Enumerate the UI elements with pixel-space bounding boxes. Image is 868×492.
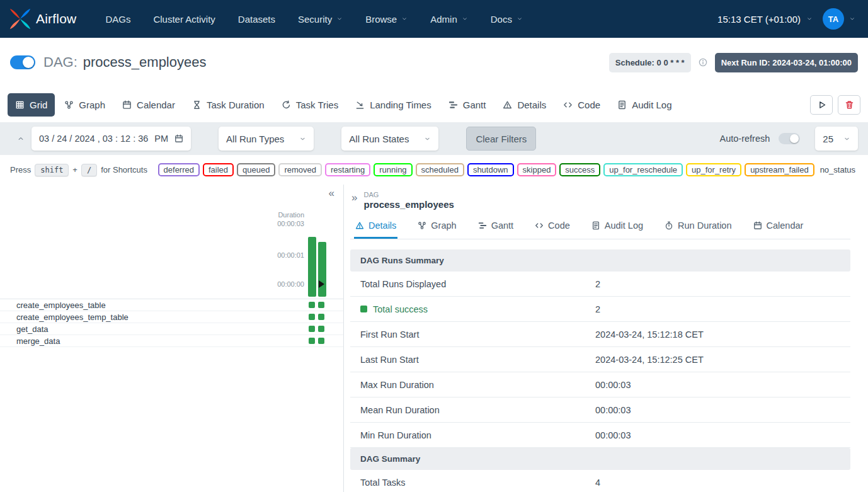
task-instance-square[interactable] [309, 302, 315, 308]
legend-queued[interactable]: queued [237, 163, 275, 176]
tab-code[interactable]: Code [556, 93, 608, 117]
timezone-dropdown[interactable]: 15:13 CET (+01:00) [717, 14, 813, 25]
nav-browse[interactable]: Browse [365, 14, 408, 25]
task-instance-square[interactable] [318, 314, 324, 320]
chevron-down-icon [401, 16, 408, 22]
run-states-select[interactable]: All Run States [341, 127, 438, 151]
tab-audit-log[interactable]: Audit Log [610, 93, 679, 117]
clock-text: 15:13 CET (+01:00) [717, 14, 801, 25]
schedule-badge[interactable]: Schedule: 0 0 * * * [609, 53, 691, 72]
chevron-down-icon [462, 16, 468, 22]
task-name[interactable]: get_data [16, 324, 49, 334]
landing-icon [355, 100, 365, 110]
nav-security[interactable]: Security [298, 14, 343, 25]
row-value: 2024-03-24, 15:12:25 CET [595, 355, 850, 365]
clear-filters-button[interactable]: Clear Filters [466, 127, 536, 151]
legend-skipped[interactable]: skipped [517, 163, 557, 176]
row-value: 2024-03-24, 15:12:18 CET [595, 329, 850, 340]
nav-admin[interactable]: Admin [430, 14, 468, 25]
dag-run-bar[interactable] [308, 237, 316, 297]
user-menu[interactable]: TA [823, 8, 855, 30]
panel-tab-code[interactable]: Code [534, 217, 571, 239]
row-value: 00:00:03 [595, 405, 850, 415]
dag-pause-toggle[interactable] [10, 55, 35, 69]
legend-scheduled[interactable]: scheduled [416, 163, 464, 176]
nav-datasets[interactable]: Datasets [238, 14, 275, 25]
legend-no-status[interactable]: no_status [818, 164, 858, 175]
delete-dag-button[interactable] [838, 95, 860, 115]
legend-shutdown[interactable]: shutdown [467, 163, 514, 176]
task-name[interactable]: create_employees_temp_table [16, 312, 128, 322]
chevron-down-icon [299, 135, 306, 142]
avatar[interactable]: TA [823, 8, 844, 30]
legend-removed[interactable]: removed [278, 163, 322, 176]
legend-up-for-retry[interactable]: up_for_retry [686, 163, 741, 176]
legend-up-for-reschedule[interactable]: up_for_reschedule [603, 163, 683, 176]
page-title: DAG: process_employees [43, 54, 206, 71]
table-row: Min Run Duration 00:00:03 [350, 423, 850, 448]
panel-tab-gantt[interactable]: Gantt [477, 217, 515, 239]
tab-details[interactable]: Details [495, 93, 554, 117]
auto-refresh-toggle[interactable] [779, 133, 800, 144]
tab-calendar[interactable]: Calendar [115, 93, 183, 117]
dag-summary-table: DAG Runs Summary Total Runs Displayed 2 … [350, 249, 850, 492]
panel-tab-run-duration[interactable]: Run Duration [663, 217, 733, 239]
table-row: Total success 2 [350, 297, 850, 322]
tab-task-duration[interactable]: Task Duration [185, 93, 272, 117]
top-navbar: Airflow DAGs Cluster Activity Datasets S… [0, 0, 868, 38]
run-duration-chart: Duration 00:00:03 00:00:01 00:00:00 [0, 185, 343, 299]
chevron-down-icon [843, 135, 850, 142]
panel-tab-audit-log[interactable]: Audit Log [590, 217, 644, 239]
date-value: 03 / 24 / 2024 , 03 : 12 : 36 [39, 134, 148, 144]
nav-docs[interactable]: Docs [491, 14, 523, 25]
legend-restarting[interactable]: restarting [325, 163, 370, 176]
tab-task-tries[interactable]: Task Tries [274, 93, 346, 117]
panel-tab-details[interactable]: Details [354, 217, 397, 239]
axis-tick: 00:00:01 [277, 251, 304, 259]
task-instance-square[interactable] [309, 338, 315, 344]
task-name[interactable]: create_employees_table [16, 300, 106, 310]
legend-deferred[interactable]: deferred [158, 163, 200, 176]
total-success-link[interactable]: Total success [373, 304, 428, 314]
dag-run-bar[interactable] [318, 242, 326, 297]
tab-landing-times[interactable]: Landing Times [348, 93, 439, 117]
legend-upstream-failed[interactable]: upstream_failed [745, 163, 814, 176]
row-label: Mean Run Duration [350, 405, 595, 415]
task-instance-square[interactable] [318, 302, 324, 308]
task-instance-square[interactable] [309, 314, 315, 320]
nav-dags[interactable]: DAGs [105, 14, 130, 25]
tab-graph[interactable]: Graph [57, 93, 113, 117]
panel-title: process_employees [363, 199, 454, 210]
base-date-input[interactable]: 03 / 24 / 2024 , 03 : 12 : 36 PM [31, 127, 191, 151]
nav-cluster-activity[interactable]: Cluster Activity [153, 14, 215, 25]
legend-running[interactable]: running [374, 163, 412, 176]
hourglass-icon [192, 100, 202, 110]
meridiem-value: PM [154, 134, 168, 144]
page-size-select[interactable]: 25 [815, 127, 858, 151]
task-instance-square[interactable] [318, 338, 324, 344]
collapse-filters-icon[interactable] [10, 135, 31, 142]
run-types-select[interactable]: All Run Types [219, 127, 314, 151]
expand-details-icon[interactable]: » [351, 192, 357, 204]
table-row: Total Runs Displayed 2 [350, 272, 850, 297]
panel-tab-calendar[interactable]: Calendar [752, 217, 805, 239]
legend-failed[interactable]: failed [203, 163, 234, 176]
task-name[interactable]: merge_data [16, 336, 60, 346]
chevron-down-icon [336, 16, 343, 22]
table-row: Max Run Duration 00:00:03 [350, 372, 850, 398]
legend-success[interactable]: success [559, 163, 600, 176]
row-label: Total Runs Displayed [350, 279, 595, 289]
trigger-dag-button[interactable] [810, 95, 833, 115]
task-instance-square[interactable] [309, 326, 315, 332]
tab-grid[interactable]: Grid [8, 93, 55, 117]
details-icon [355, 221, 364, 230]
panel-tab-graph[interactable]: Graph [416, 217, 457, 239]
task-row: create_employees_table [0, 299, 343, 311]
task-instance-square[interactable] [318, 326, 324, 332]
calendar-icon [753, 221, 762, 230]
calendar-icon [122, 100, 132, 110]
airflow-brand[interactable]: Airflow [9, 8, 76, 30]
tab-gantt[interactable]: Gantt [441, 93, 494, 117]
shift-key: shift [35, 164, 69, 176]
dag-header: DAG: process_employees Schedule: 0 0 * *… [0, 38, 868, 87]
